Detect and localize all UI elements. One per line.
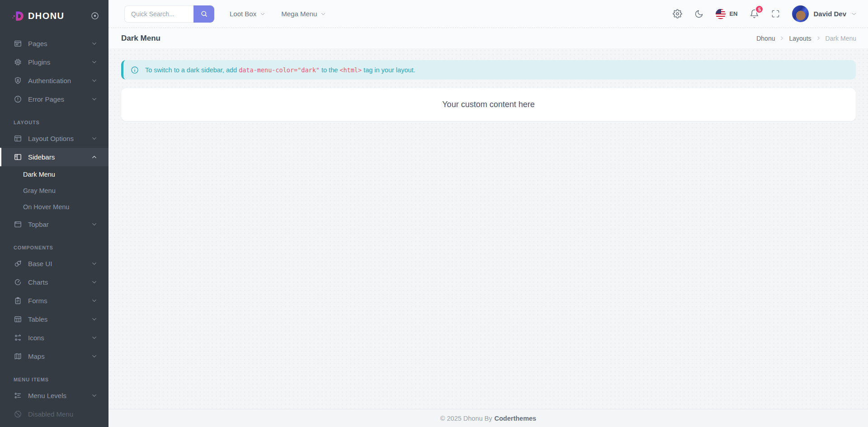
avatar xyxy=(792,5,809,22)
notification-badge: 5 xyxy=(755,5,764,14)
page-title: Dark Menu xyxy=(121,34,160,43)
footer: © 2025 Dhonu By Coderthemes xyxy=(108,409,868,427)
sidebar-item-label: Plugins xyxy=(28,58,50,66)
breadcrumb-section[interactable]: Layouts xyxy=(789,35,811,42)
mega-menu-label: Mega Menu xyxy=(281,10,317,18)
copyright-text: © 2025 Dhonu By xyxy=(440,415,492,422)
chevron-down-icon xyxy=(91,297,98,304)
chevron-down-icon xyxy=(91,334,98,341)
page-content: To switch to a dark sidebar, add data-me… xyxy=(108,48,868,409)
chevron-down-icon xyxy=(91,77,98,84)
clipboard-icon xyxy=(14,296,22,305)
loot-box-dropdown[interactable]: Loot Box xyxy=(230,10,266,18)
sidebar-item-label: Forms xyxy=(28,297,47,305)
sidebar: DHONU Pages Plugins Authentication Error… xyxy=(0,0,108,427)
sidebar-item-label: Authentication xyxy=(28,77,71,84)
moon-icon xyxy=(694,9,703,19)
sidebar-section-components: COMPONENTS xyxy=(0,234,108,254)
list-levels-icon xyxy=(14,391,22,400)
chevron-down-icon xyxy=(91,96,98,103)
placeholder-text: Your custom content here xyxy=(442,100,534,109)
pie-chart-icon xyxy=(14,278,22,286)
settings-button[interactable] xyxy=(673,9,682,19)
topbar-icon xyxy=(14,220,22,229)
chevron-down-icon xyxy=(91,221,98,228)
gear-icon xyxy=(673,9,682,19)
swap-icon xyxy=(14,333,22,342)
language-dropdown[interactable]: EN xyxy=(716,9,737,19)
breadcrumb-current: Dark Menu xyxy=(826,35,856,42)
sidebar-item-tables[interactable]: Tables xyxy=(0,310,108,328)
fullscreen-icon xyxy=(771,9,780,18)
dark-mode-toggle[interactable] xyxy=(694,9,703,19)
mega-menu-dropdown[interactable]: Mega Menu xyxy=(281,10,326,18)
user-menu[interactable]: David Dev xyxy=(792,5,857,22)
sidebar-item-label: Error Pages xyxy=(28,95,64,103)
breadcrumb: Dhonu Layouts Dark Menu xyxy=(756,35,856,42)
map-icon xyxy=(14,352,22,361)
chevron-down-icon xyxy=(91,353,98,360)
sidebar-item-label: Sidebars xyxy=(28,153,55,161)
sidebar-subitem-gray-menu[interactable]: Gray Menu xyxy=(0,183,108,199)
sidebar-subitem-on-hover-menu[interactable]: On Hover Menu xyxy=(0,199,108,215)
sidebar-item-disabled-menu: Disabled Menu xyxy=(0,405,108,423)
table-icon xyxy=(14,315,22,324)
main-area: Loot Box Mega Menu EN 5 xyxy=(108,0,868,427)
pages-icon xyxy=(14,39,22,48)
sidebar-section-layouts: LAYOUTS xyxy=(0,108,108,129)
info-icon xyxy=(130,66,139,75)
sidebar-subitem-dark-menu[interactable]: Dark Menu xyxy=(0,166,108,183)
notifications-button[interactable]: 5 xyxy=(750,9,759,19)
quick-search xyxy=(124,5,214,23)
sidebar-item-authentication[interactable]: Authentication xyxy=(0,71,108,90)
chevron-right-icon xyxy=(779,35,785,41)
alert-circle-icon xyxy=(14,95,22,103)
search-button[interactable] xyxy=(193,5,214,23)
content-card: Your custom content here xyxy=(121,88,856,121)
search-input[interactable] xyxy=(124,5,193,23)
loot-box-label: Loot Box xyxy=(230,10,256,18)
sidebar-item-icons[interactable]: Icons xyxy=(0,328,108,347)
sidebar-item-maps[interactable]: Maps xyxy=(0,347,108,366)
sidebar-item-label: Tables xyxy=(28,315,47,323)
sidebar-item-layout-options[interactable]: Layout Options xyxy=(0,129,108,148)
sidebar-subitem-label: Dark Menu xyxy=(23,171,55,178)
sidebar-subitem-label: On Hover Menu xyxy=(23,203,69,211)
dhonu-logo-icon xyxy=(12,10,24,22)
coderthemes-link[interactable]: Coderthemes xyxy=(495,415,537,422)
layout-icon xyxy=(14,134,22,143)
language-code: EN xyxy=(729,10,737,17)
sidebar-item-label: Topbar xyxy=(28,221,49,228)
columns-icon xyxy=(14,153,22,161)
sidebar-item-topbar[interactable]: Topbar xyxy=(0,215,108,234)
brand-logo[interactable]: DHONU xyxy=(0,0,108,32)
alert-message: To switch to a dark sidebar, add data-me… xyxy=(145,66,415,74)
sidebar-item-error-pages[interactable]: Error Pages xyxy=(0,90,108,108)
shield-user-icon xyxy=(14,76,22,85)
chevron-down-icon xyxy=(259,11,266,17)
sidebar-item-base-ui[interactable]: Base UI xyxy=(0,254,108,273)
sidebar-item-pages[interactable]: Pages xyxy=(0,34,108,53)
chevron-down-icon xyxy=(851,11,857,17)
sidebar-toggle-icon[interactable] xyxy=(90,11,99,20)
sidebar-item-charts[interactable]: Charts xyxy=(0,273,108,291)
chevron-down-icon xyxy=(91,135,98,142)
breadcrumb-home[interactable]: Dhonu xyxy=(756,35,775,42)
sidebar-item-plugins[interactable]: Plugins xyxy=(0,53,108,71)
ban-icon xyxy=(14,410,22,418)
page-title-bar: Dark Menu Dhonu Layouts Dark Menu xyxy=(108,28,868,48)
sidebar-nav: Pages Plugins Authentication Error Pages… xyxy=(0,32,108,427)
chevron-down-icon xyxy=(91,260,98,267)
sidebar-item-forms[interactable]: Forms xyxy=(0,291,108,310)
sidebar-item-menu-levels[interactable]: Menu Levels xyxy=(0,386,108,405)
sidebar-item-label: Layout Options xyxy=(28,135,74,142)
chevron-down-icon xyxy=(91,40,98,47)
chevron-down-icon xyxy=(91,279,98,286)
sidebar-item-sidebars[interactable]: Sidebars xyxy=(0,148,108,166)
fullscreen-button[interactable] xyxy=(771,9,780,18)
chevron-down-icon xyxy=(91,59,98,66)
code-snippet: data-menu-color="dark" xyxy=(239,66,320,74)
sidebar-section-menu-items: MENU ITEMS xyxy=(0,366,108,386)
sidebar-item-label: Maps xyxy=(28,352,45,360)
topbar-right: EN 5 David Dev xyxy=(660,5,857,22)
